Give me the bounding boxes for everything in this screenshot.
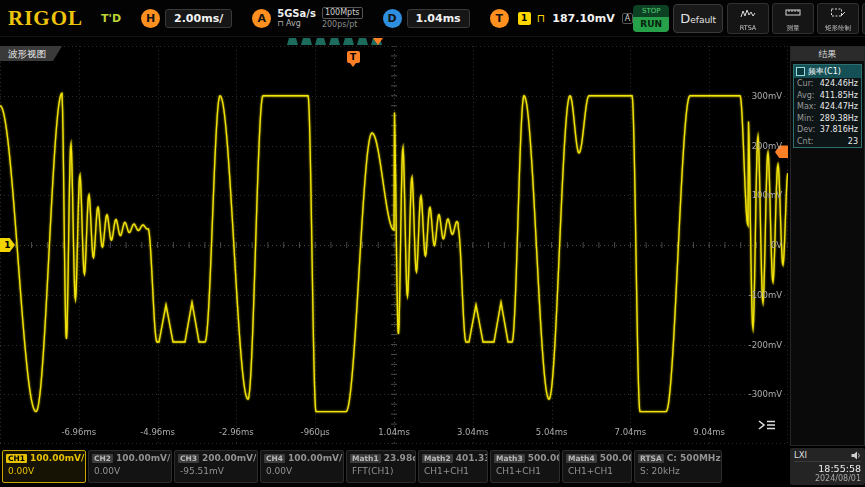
- nav-segment[interactable]: [287, 38, 298, 45]
- nav-segment[interactable]: [343, 38, 354, 45]
- time-label: -6.96ms: [61, 427, 96, 437]
- channel-value: -95.51mV: [178, 466, 254, 476]
- tool-button-label: 测量: [787, 23, 800, 32]
- time-label: 9.04ms: [693, 427, 725, 437]
- channel-label: Math2: [422, 454, 453, 463]
- measurement-card[interactable]: 频率(C1) Cur:424.46HzAvg:411.85HzMax:424.4…: [793, 64, 862, 148]
- oscilloscope-screen: RIGOL T'D H 2.00ms/ A 5GSa/s ⊓ Avg 100Mp…: [0, 0, 865, 487]
- trigger-position-marker[interactable]: T: [347, 51, 360, 63]
- horizontal-knob[interactable]: H: [141, 9, 160, 28]
- channel-box-ch4[interactable]: CH4100.00mV/0.00V: [260, 450, 344, 483]
- system-clock[interactable]: LXI 18:55:58 2024/08/01: [790, 448, 865, 485]
- default-button[interactable]: Default: [673, 4, 723, 33]
- measurement-row: Max:424.47Hz: [794, 101, 861, 113]
- lxi-label: LXI: [794, 450, 807, 460]
- nav-segment[interactable]: [329, 38, 340, 45]
- results-title: 结果: [791, 47, 864, 61]
- channel-scale: 100.00mV/: [288, 453, 342, 463]
- channel-value: 0.00V: [92, 466, 168, 476]
- voltage-label: -300mV: [749, 389, 782, 399]
- screen-nav-strip[interactable]: [0, 37, 865, 46]
- trigger-slope-icon: ⊓: [537, 13, 546, 24]
- time-label: 1.04ms: [378, 427, 410, 437]
- timebase-value[interactable]: 2.00ms/: [165, 9, 232, 28]
- channel-box-math2[interactable]: Math2401.33mV/CH1+CH1: [418, 450, 488, 483]
- default-label: Default: [680, 11, 716, 26]
- channel-scale: 23.98dB/: [384, 453, 416, 463]
- channel-label: CH2: [92, 454, 113, 463]
- channel-box-math3[interactable]: Math3500.00mV/CH1+CH1: [490, 450, 560, 483]
- trigger-knob[interactable]: T: [490, 9, 509, 28]
- channel-value: FFT(CH1): [350, 466, 412, 476]
- voltage-label: 300mV: [752, 91, 782, 101]
- channel-label: Math1: [350, 454, 381, 463]
- channel-value: 0.00V: [264, 466, 340, 476]
- delay-value[interactable]: 1.04ms: [407, 9, 470, 28]
- measurement-name: 频率(C1): [808, 66, 841, 77]
- measure-icon: [785, 3, 801, 22]
- measurement-rows: Cur:424.46HzAvg:411.85HzMax:424.47HzMin:…: [794, 78, 861, 147]
- waveform-view[interactable]: 波形视图 T 1 300mV200mV100mV0V-100mV-200mV-3…: [0, 46, 788, 448]
- channel-label: CH1: [6, 454, 27, 463]
- measurement-row: Avg:411.85Hz: [794, 90, 861, 102]
- time-label: -4.96ms: [140, 427, 175, 437]
- channel-label: RTSA: [638, 454, 664, 463]
- avg-waveform-icon: ⊓: [277, 19, 283, 28]
- channel-scale: 100.00mV/: [116, 453, 170, 463]
- speaker-icon[interactable]: [851, 451, 861, 460]
- channel-scale: C: 500MHz: [667, 453, 721, 463]
- channel-status-bar: CH1100.00mV/≈Ω0.00VCH2100.00mV/0.00VCH32…: [0, 448, 788, 487]
- acquire-knob[interactable]: A: [252, 9, 271, 28]
- clock-time: 18:55:58: [794, 463, 861, 474]
- channel-box-rtsa[interactable]: RTSAC: 500MHzS: 20kHz: [634, 450, 722, 483]
- voltage-label: 200mV: [752, 141, 782, 151]
- trigger-source-badge[interactable]: 1: [518, 12, 531, 25]
- channel-label: CH3: [178, 454, 199, 463]
- run-stop-button[interactable]: STOP RUN: [633, 5, 669, 32]
- scope-overlays: 波形视图 T 1 300mV200mV100mV0V-100mV-200mV-3…: [0, 46, 788, 444]
- channel-value: CH1+CH1: [566, 466, 628, 476]
- clock-date: 2024/08/01: [794, 474, 861, 483]
- channel-box-ch3[interactable]: CH3200.00mV/Ω-95.51mV: [174, 450, 258, 483]
- time-label: 5.04ms: [536, 427, 568, 437]
- delay-knob[interactable]: D: [383, 9, 402, 28]
- tool-button-spectrum[interactable]: RTSA: [727, 3, 769, 34]
- brand-logo: RIGOL: [8, 6, 83, 31]
- channel-box-math1[interactable]: Math123.98dB/FFT(CH1): [346, 450, 416, 483]
- measurement-row: Cur:424.46Hz: [794, 78, 861, 90]
- nav-segment[interactable]: [301, 38, 312, 45]
- topbar: RIGOL T'D H 2.00ms/ A 5GSa/s ⊓ Avg 100Mp…: [0, 0, 865, 37]
- tool-button-measure[interactable]: 测量: [772, 3, 814, 34]
- channel-box-ch1[interactable]: CH1100.00mV/≈Ω0.00V: [2, 450, 86, 483]
- horizontal-group: H 2.00ms/: [141, 9, 232, 28]
- channel-scale: 200.00mV/: [202, 453, 256, 463]
- trigger-level-value[interactable]: 187.10mV: [552, 12, 614, 25]
- delay-group: D 1.04ms: [383, 9, 470, 28]
- acquisition-mode: ⊓ Avg: [277, 19, 316, 28]
- tool-button-draw-rect[interactable]: 矩形绘制: [817, 3, 859, 34]
- channel-value: 0.00V: [6, 466, 82, 476]
- measurement-row: Min:289.38Hz: [794, 113, 861, 125]
- measurement-header: 频率(C1): [794, 65, 861, 78]
- voltage-label: -100mV: [749, 290, 782, 300]
- channel-label: CH4: [264, 454, 285, 463]
- view-tab[interactable]: 波形视图: [0, 46, 62, 61]
- voltage-label: 100mV: [752, 190, 782, 200]
- measurement-row: Dev:37.816Hz: [794, 124, 861, 136]
- channel-box-ch2[interactable]: CH2100.00mV/0.00V: [88, 450, 172, 483]
- acquisition-group: A 5GSa/s ⊓ Avg 100Mpts 200ps/pt: [252, 7, 362, 28]
- channel-label: Math4: [566, 454, 597, 463]
- results-expand-icon[interactable]: [756, 418, 778, 432]
- voltage-label: -200mV: [749, 340, 782, 350]
- nav-segment[interactable]: [315, 38, 326, 45]
- channel-label: Math3: [494, 454, 525, 463]
- time-label: 3.04ms: [457, 427, 489, 437]
- channel-box-math4[interactable]: Math4500.00mV/CH1+CH1: [562, 450, 632, 483]
- nav-segment[interactable]: [357, 38, 368, 45]
- results-panel: 结果 频率(C1) Cur:424.46HzAvg:411.85HzMax:42…: [790, 46, 865, 446]
- channel-value: S: 20kHz: [638, 466, 718, 476]
- channel1-marker[interactable]: 1: [0, 238, 15, 252]
- tool-button-label: 矩形绘制: [825, 23, 851, 32]
- screen-position-marker[interactable]: [373, 38, 383, 45]
- screen-segment-tabs: [287, 38, 382, 45]
